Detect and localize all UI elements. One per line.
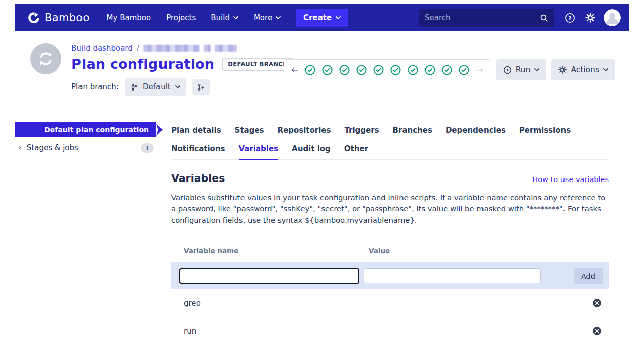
builds-prev-arrow-icon[interactable]: ← [291,66,298,74]
default-branch-badge: DEFAULT BRANCH [222,58,293,71]
user-avatar[interactable] [604,9,621,26]
actions-button[interactable]: Actions [551,59,615,80]
build-success-icon[interactable] [339,65,350,75]
redacted-project-name [143,45,200,52]
build-success-icon[interactable] [322,65,333,75]
delete-x-icon [592,298,602,308]
variables-table: Variable name Value Add grep run [171,247,609,345]
bamboo-logo[interactable]: Bamboo [27,11,90,24]
build-success-icon[interactable] [373,65,384,75]
column-header-variable-name: Variable name [184,247,369,255]
delete-x-icon [592,326,602,336]
sidebar-item-stages-jobs[interactable]: › Stages & jobs 1 [15,137,156,158]
tab-branches[interactable]: Branches [393,122,432,141]
tab-notifications[interactable]: Notifications [171,141,225,159]
delete-variable-button[interactable] [592,298,602,308]
tab-triggers[interactable]: Triggers [344,122,379,141]
build-success-icon[interactable] [442,65,452,75]
svg-text:?: ? [568,15,571,21]
branch-selector-dropdown[interactable]: Default [125,78,186,96]
create-button[interactable]: Create [296,9,348,27]
build-success-icon[interactable] [425,65,435,75]
column-header-value: Value [369,247,390,255]
breadcrumb-separator: / [137,44,139,53]
how-to-use-variables-link[interactable]: How to use variables [532,175,609,184]
variable-value-input[interactable] [364,268,541,283]
branch-icon [131,83,138,91]
config-tabs: Plan details Stages Repositories Trigger… [171,122,609,160]
page-title: Plan configuration [71,56,214,72]
search-input[interactable] [425,13,540,22]
variable-name: run [184,327,196,336]
search-box [419,9,554,27]
add-variable-button[interactable]: Add [574,268,603,284]
chevron-down-icon [175,85,180,88]
table-row: grep [171,289,609,317]
main-content: Plan details Stages Repositories Trigger… [171,122,609,345]
actions-gear-icon [558,66,567,74]
chevron-right-icon: › [18,142,22,152]
build-success-icon[interactable] [356,65,367,75]
nav-item-projects[interactable]: Projects [166,13,196,22]
variables-description: Variables substitute values in your task… [171,192,606,226]
build-success-icon[interactable] [390,65,401,75]
nav-item-my-bamboo[interactable]: My Bamboo [107,13,151,22]
build-success-icon[interactable] [408,65,418,75]
chevron-down-icon [233,16,238,19]
tab-audit-log[interactable]: Audit log [292,141,331,159]
brand-name: Bamboo [45,12,90,24]
redacted-plan-name [215,45,237,52]
nav-item-more[interactable]: More [254,13,281,22]
top-navbar: Bamboo My Bamboo Projects Build More Cre… [15,4,629,31]
sidebar-item-default-plan-configuration[interactable]: Default plan configuration [15,122,156,137]
chevron-down-icon [276,16,281,19]
plan-branch-label: Plan branch: [71,82,119,92]
variable-name-input[interactable] [179,268,359,284]
tab-plan-details[interactable]: Plan details [171,122,221,141]
variables-heading: Variables [171,172,225,185]
tab-stages[interactable]: Stages [235,122,264,141]
redacted-separator [204,45,211,52]
tab-permissions[interactable]: Permissions [519,122,571,141]
branch-plus-icon [197,83,205,91]
plan-sync-icon [30,43,61,74]
table-row: run [171,317,609,345]
variable-name: grep [184,299,201,308]
nav-links: My Bamboo Projects Build More [107,13,281,22]
plan-header: Build dashboard / Plan configuration DEF… [15,31,629,122]
bamboo-logo-icon [27,11,40,24]
chevron-down-icon [534,68,539,71]
create-branch-button[interactable] [192,79,210,95]
stages-count-badge: 1 [141,143,154,153]
recent-builds-strip: ← → [284,59,491,80]
tab-repositories[interactable]: Repositories [278,122,331,141]
build-success-icon[interactable] [305,65,315,75]
config-sidebar: Default plan configuration › Stages & jo… [15,122,156,158]
add-variable-row: Add [171,262,609,289]
breadcrumb-build-dashboard-link[interactable]: Build dashboard [71,44,133,53]
nav-item-build[interactable]: Build [211,13,238,22]
builds-next-arrow-icon[interactable]: → [476,66,483,74]
tab-variables[interactable]: Variables [239,141,279,160]
breadcrumb: Build dashboard / [71,43,293,53]
build-success-icon[interactable] [459,65,469,75]
settings-gear-icon[interactable] [585,13,595,23]
search-icon[interactable] [540,14,548,22]
chevron-down-icon [603,68,608,71]
help-icon[interactable]: ? [565,13,575,23]
delete-variable-button[interactable] [592,326,602,336]
tab-dependencies[interactable]: Dependencies [446,122,506,141]
run-button[interactable]: Run [496,59,547,80]
tab-other[interactable]: Other [344,141,368,159]
run-play-icon [503,66,512,74]
branch-selector-value: Default [143,82,171,92]
chevron-down-icon [336,16,341,19]
